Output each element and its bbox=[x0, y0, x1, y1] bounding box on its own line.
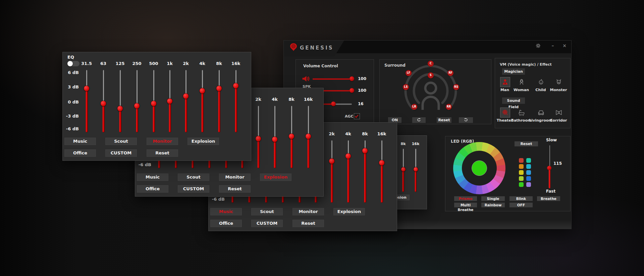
preset-button-custom[interactable]: CUSTOM bbox=[251, 220, 283, 227]
led-swatch[interactable] bbox=[519, 182, 524, 187]
preset-button-scout[interactable]: Scout bbox=[105, 138, 137, 145]
eq-slider-4k[interactable] bbox=[271, 106, 278, 169]
preset-button-reset[interactable]: Reset bbox=[292, 220, 324, 227]
mode-button-breathe[interactable]: Breathe bbox=[537, 196, 560, 201]
mode-button-blink[interactable]: Blink bbox=[509, 196, 533, 201]
eq-slider-8k[interactable] bbox=[288, 106, 295, 169]
surround-speaker-badge-rs[interactable]: RS bbox=[453, 84, 459, 90]
eq-enable-toggle[interactable] bbox=[67, 61, 79, 66]
voice-option-monster[interactable] bbox=[554, 77, 564, 87]
close-button[interactable]: × bbox=[561, 42, 568, 49]
mode-button-prismo[interactable]: Prismo bbox=[454, 196, 477, 201]
mode-button-rainbow[interactable]: Rainbow bbox=[481, 203, 505, 207]
eq-slider-16k[interactable] bbox=[378, 140, 385, 203]
slider-thumb[interactable] bbox=[329, 158, 334, 164]
preset-button-reset[interactable]: Reset bbox=[147, 149, 178, 157]
led-swatch[interactable] bbox=[526, 164, 531, 169]
slider-thumb[interactable] bbox=[84, 86, 89, 91]
eq-slider-8k[interactable] bbox=[216, 70, 222, 133]
led-color-wheel[interactable] bbox=[453, 142, 505, 194]
led-swatch[interactable] bbox=[519, 170, 524, 175]
slider-thumb[interactable] bbox=[233, 83, 238, 88]
settings-button[interactable] bbox=[535, 42, 541, 49]
eq-slider-16k[interactable] bbox=[412, 149, 419, 193]
title-bar[interactable]: GENESIS – × bbox=[284, 41, 571, 53]
surround-speaker-badge-lf[interactable]: LF bbox=[406, 70, 412, 76]
eq-slider-8k[interactable] bbox=[362, 140, 368, 203]
slider-thumb[interactable] bbox=[216, 86, 222, 91]
slider-thumb[interactable] bbox=[414, 167, 418, 171]
slider-thumb[interactable] bbox=[401, 167, 406, 171]
eq-slider-16k[interactable] bbox=[305, 106, 312, 169]
preset-button-explosion[interactable]: Explosion bbox=[187, 138, 219, 145]
led-swatch[interactable] bbox=[526, 182, 531, 187]
surround-speaker-badge-ls[interactable]: LS bbox=[403, 84, 409, 90]
preset-button-monitor[interactable]: Monitor bbox=[292, 208, 324, 215]
rotate-cw-button[interactable] bbox=[412, 117, 426, 123]
led-reset-button[interactable]: Reset bbox=[515, 141, 538, 146]
preset-button-monitor[interactable]: Monitor bbox=[219, 174, 251, 181]
mode-button-off[interactable]: OFF bbox=[509, 203, 533, 207]
field-option-livingroom[interactable] bbox=[536, 108, 546, 118]
volume-thumb[interactable] bbox=[331, 101, 336, 106]
eq-slider-4k[interactable] bbox=[345, 140, 352, 203]
mode-button-single[interactable]: Single bbox=[481, 196, 505, 201]
voice-option-woman[interactable] bbox=[517, 77, 527, 87]
surround-reset-button[interactable]: Reset bbox=[437, 117, 451, 123]
led-swatch[interactable] bbox=[519, 164, 524, 169]
toggle-knob[interactable] bbox=[67, 61, 73, 66]
volume-thumb[interactable] bbox=[350, 88, 354, 93]
speed-slider-thumb[interactable] bbox=[547, 166, 551, 170]
eq-slider-2k[interactable] bbox=[328, 140, 335, 203]
preset-button-office[interactable]: Office bbox=[137, 185, 168, 193]
led-swatch[interactable] bbox=[526, 158, 531, 163]
slider-thumb[interactable] bbox=[117, 106, 123, 111]
minimize-button[interactable]: – bbox=[549, 42, 556, 49]
volume-thumb[interactable] bbox=[350, 76, 354, 81]
eq-slider-250[interactable] bbox=[133, 70, 140, 133]
preset-button-office[interactable]: Office bbox=[210, 220, 242, 227]
preset-button-custom[interactable]: CUSTOM bbox=[105, 149, 137, 157]
preset-button-office[interactable]: Office bbox=[64, 149, 96, 157]
eq-slider-63[interactable] bbox=[100, 70, 107, 133]
led-swatch[interactable] bbox=[526, 170, 531, 175]
surround-speaker-badge-rf[interactable]: RF bbox=[447, 70, 453, 76]
eq-slider-8k[interactable] bbox=[400, 149, 407, 193]
slider-thumb[interactable] bbox=[289, 134, 294, 139]
slider-thumb[interactable] bbox=[306, 134, 311, 139]
led-swatch[interactable] bbox=[526, 176, 531, 181]
magician-button[interactable]: Magician bbox=[502, 68, 525, 75]
eq-slider-2k[interactable] bbox=[255, 106, 262, 169]
slider-thumb[interactable] bbox=[151, 101, 156, 106]
preset-button-music[interactable]: Music bbox=[64, 138, 96, 145]
field-option-corridor[interactable] bbox=[554, 108, 564, 118]
voice-option-child[interactable] bbox=[536, 77, 546, 87]
eq-slider-1k[interactable] bbox=[166, 70, 173, 133]
preset-button-scout[interactable]: Scout bbox=[178, 174, 209, 181]
rotate-ccw-button[interactable] bbox=[459, 117, 473, 123]
surround-speaker-badge-c[interactable]: C bbox=[428, 61, 434, 67]
slider-thumb[interactable] bbox=[345, 153, 351, 159]
eq-slider-31-5[interactable] bbox=[83, 70, 90, 133]
eq-slider-2k[interactable] bbox=[182, 70, 189, 133]
field-option-bathroom[interactable] bbox=[517, 108, 527, 118]
slider-thumb[interactable] bbox=[101, 101, 106, 106]
preset-button-monitor[interactable]: Monitor bbox=[147, 138, 178, 145]
eq-slider-4k[interactable] bbox=[199, 70, 206, 133]
eq-slider-16k[interactable] bbox=[232, 70, 239, 133]
surround-speaker-badge-lr[interactable]: LR bbox=[411, 104, 417, 110]
slider-thumb[interactable] bbox=[167, 98, 172, 104]
preset-button-music[interactable]: Music bbox=[137, 174, 168, 181]
mode-button-multi-breathe[interactable]: Multi Breathe bbox=[454, 203, 477, 207]
surround-speaker-badge-rr[interactable]: RR bbox=[446, 104, 452, 110]
preset-button-reset[interactable]: Reset bbox=[219, 185, 251, 193]
surround-speaker-badge-s[interactable]: S bbox=[428, 72, 434, 78]
voice-option-man[interactable] bbox=[500, 77, 510, 87]
slider-thumb[interactable] bbox=[379, 160, 384, 165]
preset-button-explosion[interactable]: Explosion bbox=[333, 208, 365, 215]
slider-thumb[interactable] bbox=[272, 137, 277, 142]
preset-button-explosion[interactable]: Explosion bbox=[260, 174, 291, 181]
sound-field-button[interactable]: Sound Field bbox=[502, 97, 525, 104]
preset-button-scout[interactable]: Scout bbox=[251, 208, 283, 215]
preset-button-custom[interactable]: CUSTOM bbox=[178, 185, 209, 193]
